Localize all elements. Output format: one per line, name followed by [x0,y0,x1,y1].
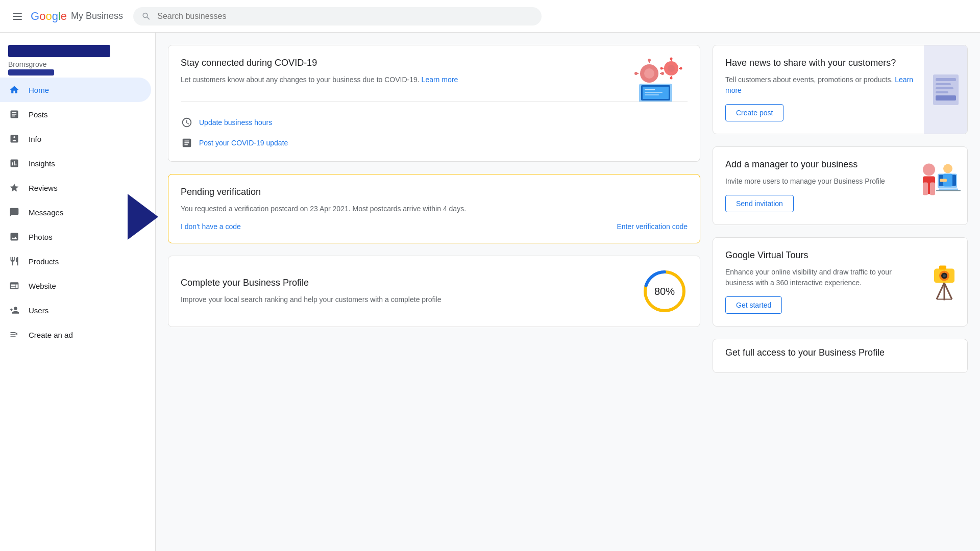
insights-label: Insights [29,159,55,168]
update-hours-link[interactable]: Update business hours [199,118,272,127]
tours-illustration [926,258,962,306]
photos-icon [8,231,20,243]
svg-rect-37 [936,87,953,89]
svg-rect-1 [13,16,22,17]
business-info: Bromsgrove [0,41,155,78]
no-code-link[interactable]: I don't have a code [181,222,241,231]
virtual-tours-card: Google Virtual Tours Enhance your online… [713,237,968,327]
full-access-title: Get full access to your Business Profile [725,347,955,358]
info-icon [8,133,20,145]
covid-learn-more-link[interactable]: Learn more [422,76,458,84]
sidebar-item-users[interactable]: Users [0,298,151,322]
messages-label: Messages [29,208,63,217]
photos-label: Photos [29,233,53,241]
sidebar-item-insights[interactable]: Insights [0,151,151,176]
pending-description: You requested a verification postcard on… [181,204,688,214]
manager-description: Invite more users to manage your Busines… [725,176,906,187]
search-input[interactable] [157,12,533,21]
sidebar: Bromsgrove Home Posts Info [0,33,156,551]
create-ad-icon [8,329,20,341]
covid-illustration [631,56,688,103]
reviews-label: Reviews [29,184,58,192]
svg-rect-43 [930,183,935,195]
send-invitation-button[interactable]: Send invitation [725,195,794,212]
svg-point-5 [644,68,654,79]
svg-rect-35 [936,78,956,81]
profile-title: Complete your Business Profile [181,278,441,288]
business-extra-bar [8,69,54,76]
svg-rect-47 [936,190,961,191]
svg-point-21 [660,67,663,70]
tours-title: Google Virtual Tours [725,250,916,261]
post-update-action[interactable]: Post your COVID-19 update [181,137,688,149]
svg-rect-30 [645,94,659,95]
business-location: Bromsgrove [8,60,147,68]
search-icon [141,11,151,21]
page-layout: Bromsgrove Home Posts Info [0,33,980,551]
svg-rect-0 [13,13,22,14]
enter-code-link[interactable]: Enter verification code [617,222,688,231]
get-started-button[interactable]: Get started [725,296,782,314]
update-hours-action[interactable]: Update business hours [181,116,688,129]
reviews-icon [8,182,20,194]
svg-rect-50 [940,179,947,182]
svg-line-56 [937,283,944,299]
users-label: Users [29,306,48,315]
svg-rect-29 [645,92,663,93]
manager-illustration [916,160,962,212]
create-ad-label: Create an ad [29,331,73,339]
post-covid-update-link[interactable]: Post your COVID-19 update [199,139,288,147]
pending-actions: I don't have a code Enter verification c… [181,222,688,231]
svg-point-40 [923,164,935,176]
manager-card: Add a manager to your business Invite mo… [713,146,968,225]
create-post-button[interactable]: Create post [725,104,783,121]
profile-text: Complete your Business Profile Improve y… [181,278,441,305]
right-column: Have news to share with your customers? … [713,45,968,373]
covid-title: Stay connected during COVID-19 [181,58,688,68]
sidebar-item-info[interactable]: Info [0,127,151,151]
sidebar-item-messages[interactable]: Messages [0,200,151,224]
search-bar[interactable] [133,7,542,26]
svg-rect-28 [645,89,655,90]
posts-label: Posts [29,110,48,119]
svg-point-48 [943,164,952,173]
sidebar-item-photos[interactable]: Photos [0,224,151,249]
google-wordmark: Google [31,10,67,23]
clock-icon [181,116,193,129]
svg-rect-36 [936,83,951,85]
progress-text: 80% [654,286,675,297]
svg-point-23 [680,67,682,70]
products-label: Products [29,257,59,266]
sidebar-item-home[interactable]: Home [0,78,151,102]
svg-point-7 [648,59,651,62]
complete-profile-card: Complete your Business Profile Improve y… [168,256,700,327]
header: Google My Business [0,0,980,33]
posts-icon [8,108,20,120]
covid-actions: Update business hours Post your COVID-19… [181,95,688,149]
manager-title: Add a manager to your business [725,159,906,170]
sidebar-item-products[interactable]: Products [0,249,151,273]
news-title: Have news to share with your customers? [725,58,916,68]
sidebar-item-posts[interactable]: Posts [0,102,151,127]
profile-card-inner: Complete your Business Profile Improve y… [181,268,688,314]
pending-verification-card: Pending verification You requested a ver… [168,174,700,243]
sidebar-item-reviews[interactable]: Reviews [0,176,151,200]
info-label: Info [29,135,41,143]
svg-point-11 [634,72,638,75]
svg-point-15 [668,65,675,72]
business-name-redacted [8,45,110,57]
users-icon [8,304,20,316]
svg-point-17 [670,58,673,60]
news-illustration [924,45,967,134]
website-icon [8,280,20,292]
sidebar-item-create-ad[interactable]: Create an ad [0,322,151,347]
sidebar-item-website[interactable]: Website [0,273,151,298]
menu-icon[interactable] [8,7,27,26]
svg-rect-2 [13,19,22,20]
main-content: Stay connected during COVID-19 [156,33,980,551]
progress-circle: 80% [642,268,688,314]
sidebar-nav: Home Posts Info Insights [0,78,155,347]
covid-description: Let customers know about any changes to … [181,74,477,85]
divider-1 [181,102,688,102]
svg-rect-39 [936,95,956,101]
